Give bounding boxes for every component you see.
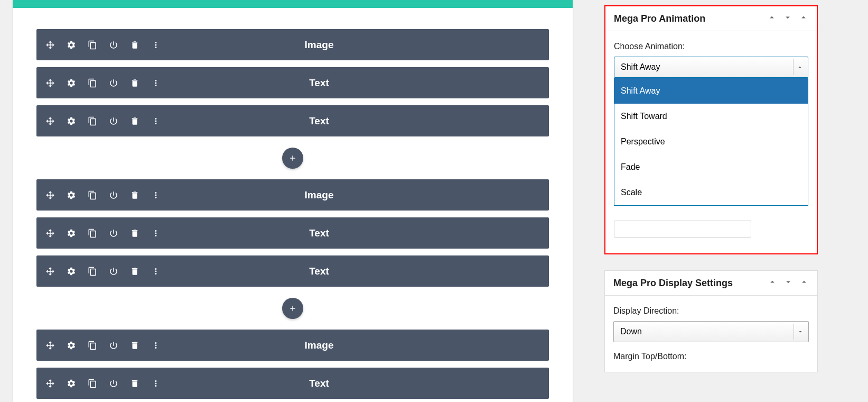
gear-icon[interactable] <box>66 266 77 277</box>
power-icon[interactable] <box>108 78 119 88</box>
direction-field-label: Display Direction: <box>613 306 809 316</box>
move-icon[interactable] <box>45 116 55 126</box>
more-icon[interactable] <box>151 228 161 239</box>
trash-icon[interactable] <box>129 190 140 200</box>
direction-selected-value: Down <box>620 327 642 336</box>
settings-sidebar: Mega Pro Animation Choose Animation: Shi… <box>585 0 868 402</box>
block-item[interactable]: Text <box>36 217 549 249</box>
animation-option-shift-toward[interactable]: Shift Toward <box>614 104 808 129</box>
trash-icon[interactable] <box>129 340 140 351</box>
power-icon[interactable] <box>108 266 119 277</box>
move-icon[interactable] <box>45 266 55 277</box>
more-icon[interactable] <box>151 378 161 389</box>
duplicate-icon[interactable] <box>87 40 98 50</box>
more-icon[interactable] <box>151 340 161 351</box>
direction-select[interactable]: Down <box>613 321 809 342</box>
block-label: Text <box>161 77 477 89</box>
duplicate-icon[interactable] <box>87 340 98 351</box>
power-icon[interactable] <box>108 228 119 239</box>
panel-title: Mega Pro Animation <box>614 13 705 24</box>
block-group: Image Text <box>36 29 549 136</box>
collapse-icon[interactable] <box>799 277 809 289</box>
animation-option-scale[interactable]: Scale <box>614 180 808 205</box>
power-icon[interactable] <box>108 116 119 126</box>
block-item[interactable]: Text <box>36 255 549 287</box>
power-icon[interactable] <box>108 340 119 351</box>
chevron-up-icon <box>793 59 806 75</box>
trash-icon[interactable] <box>129 378 140 389</box>
more-icon[interactable] <box>151 190 161 200</box>
power-icon[interactable] <box>108 190 119 200</box>
block-item[interactable]: Image <box>36 29 549 60</box>
add-button-wrap <box>36 143 549 179</box>
animation-option-perspective[interactable]: Perspective <box>614 129 808 154</box>
more-icon[interactable] <box>151 116 161 126</box>
block-toolbar <box>45 116 161 126</box>
move-down-icon[interactable] <box>783 13 792 24</box>
block-label: Image <box>161 189 477 201</box>
display-panel: Mega Pro Display Settings Display Direct… <box>604 270 818 372</box>
add-block-button[interactable] <box>282 298 303 319</box>
panel-header[interactable]: Mega Pro Animation <box>605 6 817 31</box>
power-icon[interactable] <box>108 378 119 389</box>
trash-icon[interactable] <box>129 266 140 277</box>
block-item[interactable]: Text <box>36 105 549 136</box>
move-icon[interactable] <box>45 378 55 389</box>
move-icon[interactable] <box>45 228 55 239</box>
duplicate-icon[interactable] <box>87 228 98 239</box>
move-icon[interactable] <box>45 340 55 351</box>
block-toolbar <box>45 378 161 389</box>
duplicate-icon[interactable] <box>87 116 98 126</box>
block-label: Text <box>161 378 477 389</box>
animation-option-fade[interactable]: Fade <box>614 154 808 180</box>
duplicate-icon[interactable] <box>87 378 98 389</box>
gear-icon[interactable] <box>66 190 77 200</box>
animation-field-label: Choose Animation: <box>614 42 808 51</box>
move-up-icon[interactable] <box>768 277 777 289</box>
gear-icon[interactable] <box>66 378 77 389</box>
gear-icon[interactable] <box>66 340 77 351</box>
animation-select-button[interactable]: Shift Away <box>614 57 808 78</box>
more-icon[interactable] <box>151 40 161 50</box>
move-icon[interactable] <box>45 78 55 88</box>
trash-icon[interactable] <box>129 116 140 126</box>
block-label: Image <box>161 39 477 51</box>
power-icon[interactable] <box>108 40 119 50</box>
gear-icon[interactable] <box>66 228 77 239</box>
duplicate-icon[interactable] <box>87 78 98 88</box>
panel-controls <box>767 13 808 24</box>
block-item[interactable]: Text <box>36 67 549 98</box>
gear-icon[interactable] <box>66 116 77 126</box>
move-icon[interactable] <box>45 40 55 50</box>
trash-icon[interactable] <box>129 228 140 239</box>
collapse-icon[interactable] <box>799 13 808 24</box>
duplicate-icon[interactable] <box>87 266 98 277</box>
trash-icon[interactable] <box>129 78 140 88</box>
gear-icon[interactable] <box>66 40 77 50</box>
add-block-button[interactable] <box>282 148 303 169</box>
panel-body: Choose Animation: Shift Away Shift Away … <box>605 31 817 253</box>
more-icon[interactable] <box>151 78 161 88</box>
gear-icon[interactable] <box>66 78 77 88</box>
animation-dropdown: Shift Away Shift Toward Perspective Fade… <box>614 78 808 206</box>
duplicate-icon[interactable] <box>87 190 98 200</box>
move-icon[interactable] <box>45 190 55 200</box>
top-accent-bar <box>13 0 573 8</box>
animation-selected-value: Shift Away <box>621 62 660 72</box>
animation-panel: Mega Pro Animation Choose Animation: Shi… <box>604 5 818 254</box>
input-field[interactable] <box>614 221 751 237</box>
editor-canvas: Image Text <box>0 0 585 402</box>
move-down-icon[interactable] <box>783 277 793 289</box>
block-label: Text <box>161 227 477 239</box>
move-up-icon[interactable] <box>767 13 777 24</box>
block-label: Text <box>161 266 477 277</box>
block-item[interactable]: Text <box>36 368 549 399</box>
block-item[interactable]: Image <box>36 330 549 361</box>
block-item[interactable]: Image <box>36 179 549 211</box>
block-toolbar <box>45 228 161 239</box>
more-icon[interactable] <box>151 266 161 277</box>
animation-option-shift-away[interactable]: Shift Away <box>614 78 808 104</box>
trash-icon[interactable] <box>129 40 140 50</box>
block-toolbar <box>45 266 161 277</box>
panel-header[interactable]: Mega Pro Display Settings <box>605 271 817 296</box>
